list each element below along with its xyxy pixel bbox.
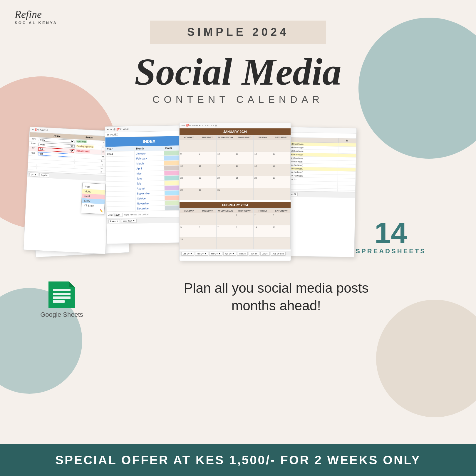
svg-rect-4 (53, 296, 71, 299)
google-sheets-label: Google Sheets (40, 311, 83, 319)
subtitle: CONTENT CALENDAR (152, 94, 324, 105)
top-banner: SIMPLE 2024 (150, 21, 326, 44)
m-col-header: M (338, 138, 356, 143)
add-rows-input[interactable] (114, 213, 123, 217)
sheet3-toolbar: A ↩ 💯% Times ▼ 10 B I U A ≡ ⊞ (180, 123, 291, 128)
add-suffix: more rows at the bottom (124, 213, 149, 216)
svg-marker-1 (69, 281, 75, 287)
logo-sub: SOCIAL KENYA (15, 21, 57, 25)
status-pending-badge: Pending Approval (76, 145, 94, 148)
bottom-section: Google Sheets Plan all you social media … (32, 276, 444, 319)
plan-text: Plan all you social media posts months a… (109, 279, 444, 315)
main-title: Social Media (135, 53, 341, 91)
feb-header: FEBRUARY 2024 (180, 202, 291, 208)
edit-icon[interactable]: ✏️ (81, 208, 104, 213)
svg-rect-3 (53, 293, 71, 295)
main-wrapper: Refine SOCIAL KENYA SIMPLE 2024 Social M… (0, 0, 476, 476)
svg-rect-2 (53, 289, 71, 291)
jan-header: JANUARY 2024 (180, 128, 291, 135)
logo-area: Refine SOCIAL KENYA (15, 9, 57, 25)
svg-rect-5 (53, 300, 65, 303)
spreadsheets-badge: 14 SPREADSHEETS (356, 218, 426, 255)
status-approved-badge: Approved (76, 140, 87, 143)
sheet-status: ↩ 💯% Arial 10 As a... Status Ca here Sto… (23, 127, 112, 254)
google-sheets-logo: Google Sheets (32, 276, 91, 319)
sheet-jan: A ↩ 💯% Times ▼ 10 B I U A ≡ ⊞ JANUARY 20… (179, 123, 291, 261)
logo-script: Refine (15, 9, 57, 21)
spreadsheets-area: ↩ ↪ 🖨 📋 💯% Arial fx April 2024 DAY OF WE… (32, 123, 444, 264)
add-label: Add (108, 214, 113, 216)
badge-number: 14 (356, 218, 426, 247)
type-dropdown-popup: Post Video Reel Story YT Short ✏️ (81, 183, 106, 214)
gs-icon (48, 276, 75, 308)
status-not-approved-badge: Not Approved (76, 149, 90, 153)
badge-text: SPREADSHEETS (356, 247, 426, 255)
